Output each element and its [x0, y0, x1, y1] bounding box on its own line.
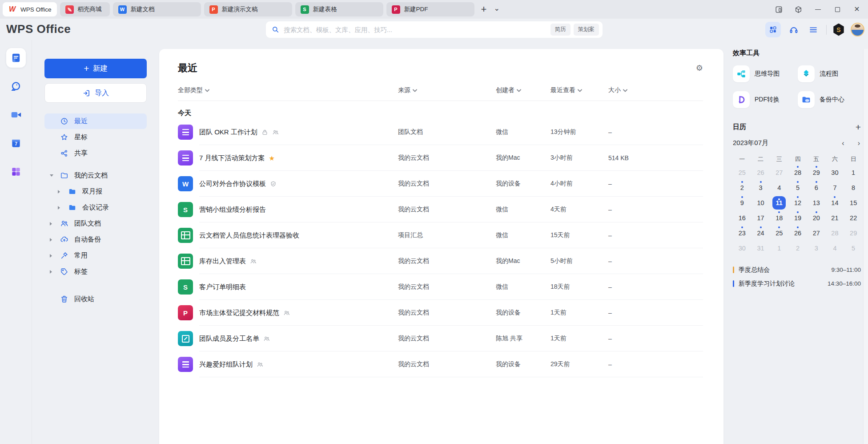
event-row[interactable]: 新季度学习计划讨论 14:30–16:00: [733, 277, 863, 291]
calendar-day[interactable]: 26: [751, 165, 770, 180]
rail-calendar-icon[interactable]: 7: [6, 133, 26, 153]
avatar[interactable]: [851, 23, 864, 36]
calendar-day[interactable]: 27: [770, 165, 788, 180]
calendar-day[interactable]: 16: [733, 210, 751, 226]
tool-item[interactable]: 备份中心: [798, 91, 863, 108]
file-row[interactable]: 营销小组业绩分析报告 我的云文档 微信 4天前 –: [178, 197, 703, 222]
rail-meeting-icon[interactable]: [6, 105, 26, 125]
filter-type[interactable]: 全部类型: [178, 86, 398, 94]
calendar-day[interactable]: 11: [770, 195, 788, 210]
caret-right-icon[interactable]: [50, 238, 60, 242]
app-tab[interactable]: 新建表格: [295, 2, 383, 16]
maximize-button[interactable]: [831, 3, 844, 16]
calendar-day[interactable]: 25: [733, 165, 751, 180]
sidebar-item-bimonthly[interactable]: 双月报: [44, 184, 147, 199]
calendar-day[interactable]: 12: [788, 195, 807, 210]
minimize-button[interactable]: [811, 3, 824, 16]
calendar-day[interactable]: 9: [733, 195, 751, 210]
close-button[interactable]: ✕: [850, 3, 864, 16]
calendar-day[interactable]: 30: [733, 241, 751, 256]
calendar-day[interactable]: 22: [844, 210, 863, 226]
calendar-day[interactable]: 2: [788, 241, 807, 256]
sidebar-item-tags[interactable]: 标签: [44, 264, 147, 279]
calendar-day[interactable]: 26: [788, 226, 807, 241]
file-row[interactable]: 7 月线下活动策划方案 我的云文档 我的Mac 3小时前 514 KB: [178, 145, 703, 171]
caret-right-icon[interactable]: [50, 270, 60, 274]
calendar-day[interactable]: 8: [844, 180, 863, 195]
rail-docs-icon[interactable]: [6, 48, 26, 68]
next-month-icon[interactable]: [858, 140, 860, 147]
import-button[interactable]: 导入: [44, 83, 147, 103]
sidebar-item-starred[interactable]: 星标: [44, 129, 147, 145]
calendar-day[interactable]: 17: [751, 210, 770, 226]
calendar-day[interactable]: 28: [788, 165, 807, 180]
calendar-day[interactable]: 3: [751, 180, 770, 195]
file-row[interactable]: 市场主体登记提交材料规范 我的云文档 我的设备 1天前 –: [178, 300, 703, 326]
calendar-day[interactable]: 4: [826, 241, 844, 256]
filter-source[interactable]: 来源: [398, 86, 496, 94]
calendar-day[interactable]: 21: [826, 210, 844, 226]
calendar-day[interactable]: 5: [844, 241, 863, 256]
calendar-day[interactable]: 7: [826, 180, 844, 195]
file-row[interactable]: 公司对外合作协议模板 我的云文档 我的设备 4小时前 –: [178, 171, 703, 197]
calendar-day[interactable]: 3: [807, 241, 826, 256]
calendar-day[interactable]: 10: [751, 195, 770, 210]
sidebar-item-recent[interactable]: 最近: [44, 113, 147, 129]
tool-item[interactable]: PDF转换: [733, 91, 798, 108]
calendar-day[interactable]: 1: [770, 241, 788, 256]
file-row[interactable]: 库存出入管理表 我的云文档 我的Mac 5小时前 –: [178, 248, 703, 274]
calendar-day[interactable]: 6: [807, 180, 826, 195]
filter-creator[interactable]: 创建者: [496, 86, 551, 94]
sidebar-item-meeting-notes[interactable]: 会议记录: [44, 200, 147, 215]
calendar-day[interactable]: 27: [807, 226, 826, 241]
calendar-day[interactable]: 20: [807, 210, 826, 226]
caret-right-icon[interactable]: [58, 190, 68, 194]
sidebar-item-trash[interactable]: 回收站: [44, 291, 147, 307]
calendar-day[interactable]: 24: [751, 226, 770, 241]
scrollbar-track[interactable]: [863, 49, 868, 444]
calendar-day[interactable]: 23: [733, 226, 751, 241]
calendar-day[interactable]: 28: [826, 226, 844, 241]
sidebar-item-frequent[interactable]: 常用: [44, 248, 147, 263]
calendar-day[interactable]: 31: [751, 241, 770, 256]
file-row[interactable]: 团队 OKR 工作计划 团队文档 微信 13分钟前 –: [178, 119, 703, 145]
app-tab[interactable]: 稻壳商城: [60, 2, 110, 16]
apps-grid-icon[interactable]: [765, 22, 781, 37]
calendar-day[interactable]: 18: [770, 210, 788, 226]
sidebar-item-auto-backup[interactable]: 自动备份: [44, 232, 147, 247]
sidebar-item-team-docs[interactable]: 团队文档: [44, 216, 147, 231]
search-bar[interactable]: 简历 策划案: [266, 21, 603, 38]
calendar-day[interactable]: 14: [826, 195, 844, 210]
calendar-day[interactable]: 29: [807, 165, 826, 180]
calendar-day[interactable]: 19: [788, 210, 807, 226]
app-tab[interactable]: 新建文档: [113, 2, 201, 16]
calendar-day[interactable]: 4: [770, 180, 788, 195]
calendar-day[interactable]: 25: [770, 226, 788, 241]
new-tab-button[interactable]: [478, 4, 490, 15]
mobile-link-icon[interactable]: [772, 3, 785, 16]
caret-down-icon[interactable]: [50, 174, 60, 177]
membership-badge-icon[interactable]: S: [833, 24, 844, 36]
prev-month-icon[interactable]: [842, 140, 844, 147]
gear-icon[interactable]: [696, 64, 703, 72]
event-row[interactable]: 季度总结会 9:30–11:00: [733, 263, 863, 277]
rail-apps-icon[interactable]: [6, 162, 26, 182]
file-row[interactable]: 云文档管人员信息统计表理器验收 项目汇总 微信 15天前 –: [178, 222, 703, 248]
caret-right-icon[interactable]: [50, 254, 60, 258]
file-row[interactable]: 兴趣爱好组队计划 我的云文档 我的设备 29天前 –: [178, 351, 703, 377]
sidebar-item-shared[interactable]: 共享: [44, 145, 147, 161]
calendar-day[interactable]: 13: [807, 195, 826, 210]
caret-right-icon[interactable]: [50, 222, 60, 226]
app-tab[interactable]: WPS Office: [3, 2, 57, 16]
app-tab[interactable]: 新建PDF: [386, 2, 474, 16]
tab-list-dropdown[interactable]: [490, 7, 503, 12]
search-tag-resume[interactable]: 简历: [551, 24, 571, 36]
sidebar-item-my-cloud-docs[interactable]: 我的云文档: [44, 168, 147, 183]
calendar-day[interactable]: 29: [844, 226, 863, 241]
search-input[interactable]: [284, 26, 547, 33]
workspace-cube-icon[interactable]: [792, 3, 805, 16]
tool-item[interactable]: 思维导图: [733, 65, 798, 82]
calendar-day[interactable]: 5: [788, 180, 807, 195]
add-event-icon[interactable]: [856, 122, 861, 132]
calendar-day[interactable]: 1: [844, 165, 863, 180]
